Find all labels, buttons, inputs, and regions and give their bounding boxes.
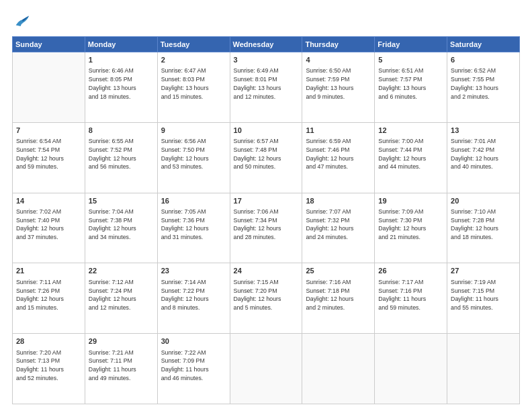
day-info: Sunrise: 6:49 AMSunset: 8:01 PMDaylight:… bbox=[234, 66, 299, 101]
day-number: 23 bbox=[161, 266, 226, 276]
day-info: Sunrise: 7:09 AMSunset: 7:30 PMDaylight:… bbox=[378, 208, 443, 242]
day-info: Sunrise: 6:55 AMSunset: 7:52 PMDaylight:… bbox=[89, 137, 154, 171]
day-info: Sunrise: 7:14 AMSunset: 7:22 PMDaylight:… bbox=[161, 278, 226, 312]
page: SundayMondayTuesdayWednesdayThursdayFrid… bbox=[0, 0, 532, 411]
day-info: Sunrise: 7:15 AMSunset: 7:20 PMDaylight:… bbox=[234, 278, 299, 312]
day-number: 1 bbox=[89, 55, 154, 65]
calendar-cell: 30Sunrise: 7:22 AMSunset: 7:09 PMDayligh… bbox=[157, 334, 230, 404]
day-number: 24 bbox=[234, 266, 299, 276]
calendar-cell bbox=[375, 334, 447, 404]
calendar-week-row: 14Sunrise: 7:02 AMSunset: 7:40 PMDayligh… bbox=[13, 193, 520, 263]
weekday-header-row: SundayMondayTuesdayWednesdayThursdayFrid… bbox=[13, 37, 520, 52]
day-number: 29 bbox=[89, 336, 154, 347]
day-info: Sunrise: 6:50 AMSunset: 7:59 PMDaylight:… bbox=[306, 66, 371, 101]
weekday-header-monday: Monday bbox=[85, 37, 157, 52]
day-number: 18 bbox=[306, 196, 371, 206]
day-info: Sunrise: 7:17 AMSunset: 7:16 PMDaylight:… bbox=[378, 278, 443, 312]
logo-icon bbox=[12, 12, 31, 31]
day-number: 17 bbox=[234, 196, 299, 206]
day-number: 19 bbox=[378, 196, 443, 206]
day-info: Sunrise: 7:02 AMSunset: 7:40 PMDaylight:… bbox=[16, 208, 81, 242]
calendar-week-row: 7Sunrise: 6:54 AMSunset: 7:54 PMDaylight… bbox=[13, 122, 520, 193]
calendar-cell: 14Sunrise: 7:02 AMSunset: 7:40 PMDayligh… bbox=[13, 193, 85, 263]
day-number: 5 bbox=[378, 55, 443, 65]
day-number: 3 bbox=[234, 55, 299, 65]
day-info: Sunrise: 6:56 AMSunset: 7:50 PMDaylight:… bbox=[161, 137, 226, 171]
day-info: Sunrise: 7:10 AMSunset: 7:28 PMDaylight:… bbox=[451, 208, 516, 242]
calendar-cell: 17Sunrise: 7:06 AMSunset: 7:34 PMDayligh… bbox=[230, 193, 302, 263]
calendar-cell: 12Sunrise: 7:00 AMSunset: 7:44 PMDayligh… bbox=[375, 122, 447, 193]
day-info: Sunrise: 6:57 AMSunset: 7:48 PMDaylight:… bbox=[234, 137, 299, 171]
day-number: 21 bbox=[16, 266, 81, 276]
calendar-cell: 27Sunrise: 7:19 AMSunset: 7:15 PMDayligh… bbox=[447, 263, 520, 334]
calendar-cell: 21Sunrise: 7:11 AMSunset: 7:26 PMDayligh… bbox=[13, 263, 85, 334]
day-info: Sunrise: 7:01 AMSunset: 7:42 PMDaylight:… bbox=[451, 137, 516, 171]
day-number: 16 bbox=[161, 196, 226, 206]
day-number: 12 bbox=[378, 126, 443, 136]
calendar-cell: 7Sunrise: 6:54 AMSunset: 7:54 PMDaylight… bbox=[13, 122, 85, 193]
day-number: 2 bbox=[161, 55, 226, 65]
calendar-cell: 18Sunrise: 7:07 AMSunset: 7:32 PMDayligh… bbox=[302, 193, 375, 263]
calendar-cell: 9Sunrise: 6:56 AMSunset: 7:50 PMDaylight… bbox=[157, 122, 230, 193]
day-info: Sunrise: 7:05 AMSunset: 7:36 PMDaylight:… bbox=[161, 208, 226, 242]
day-info: Sunrise: 7:19 AMSunset: 7:15 PMDaylight:… bbox=[451, 278, 516, 312]
day-info: Sunrise: 6:51 AMSunset: 7:57 PMDaylight:… bbox=[378, 66, 443, 101]
calendar-cell: 13Sunrise: 7:01 AMSunset: 7:42 PMDayligh… bbox=[447, 122, 520, 193]
calendar-cell bbox=[13, 52, 85, 123]
calendar-cell: 29Sunrise: 7:21 AMSunset: 7:11 PMDayligh… bbox=[85, 334, 157, 404]
calendar-week-row: 21Sunrise: 7:11 AMSunset: 7:26 PMDayligh… bbox=[13, 263, 520, 334]
day-info: Sunrise: 7:11 AMSunset: 7:26 PMDaylight:… bbox=[16, 278, 81, 312]
logo bbox=[12, 12, 32, 31]
day-number: 8 bbox=[89, 126, 154, 136]
weekday-header-saturday: Saturday bbox=[447, 37, 520, 52]
calendar-week-row: 28Sunrise: 7:20 AMSunset: 7:13 PMDayligh… bbox=[13, 334, 520, 404]
day-info: Sunrise: 7:07 AMSunset: 7:32 PMDaylight:… bbox=[306, 208, 371, 242]
day-number: 27 bbox=[451, 266, 516, 276]
calendar-cell: 11Sunrise: 6:59 AMSunset: 7:46 PMDayligh… bbox=[302, 122, 375, 193]
calendar-cell: 5Sunrise: 6:51 AMSunset: 7:57 PMDaylight… bbox=[375, 52, 447, 123]
calendar-cell: 26Sunrise: 7:17 AMSunset: 7:16 PMDayligh… bbox=[375, 263, 447, 334]
calendar-table: SundayMondayTuesdayWednesdayThursdayFrid… bbox=[12, 36, 520, 404]
calendar-cell bbox=[447, 334, 520, 404]
calendar-cell: 2Sunrise: 6:47 AMSunset: 8:03 PMDaylight… bbox=[157, 52, 230, 123]
day-number: 26 bbox=[378, 266, 443, 276]
calendar-cell: 10Sunrise: 6:57 AMSunset: 7:48 PMDayligh… bbox=[230, 122, 302, 193]
day-number: 22 bbox=[89, 266, 154, 276]
day-number: 10 bbox=[234, 126, 299, 136]
day-info: Sunrise: 6:59 AMSunset: 7:46 PMDaylight:… bbox=[306, 137, 371, 171]
day-number: 14 bbox=[16, 196, 81, 206]
day-info: Sunrise: 7:06 AMSunset: 7:34 PMDaylight:… bbox=[234, 208, 299, 242]
day-info: Sunrise: 6:46 AMSunset: 8:05 PMDaylight:… bbox=[89, 66, 154, 101]
day-number: 25 bbox=[306, 266, 371, 276]
calendar-cell: 25Sunrise: 7:16 AMSunset: 7:18 PMDayligh… bbox=[302, 263, 375, 334]
calendar-cell: 23Sunrise: 7:14 AMSunset: 7:22 PMDayligh… bbox=[157, 263, 230, 334]
day-info: Sunrise: 6:47 AMSunset: 8:03 PMDaylight:… bbox=[161, 66, 226, 101]
day-info: Sunrise: 7:12 AMSunset: 7:24 PMDaylight:… bbox=[89, 278, 154, 312]
day-number: 30 bbox=[161, 336, 226, 347]
day-info: Sunrise: 7:21 AMSunset: 7:11 PMDaylight:… bbox=[89, 349, 154, 383]
day-info: Sunrise: 7:00 AMSunset: 7:44 PMDaylight:… bbox=[378, 137, 443, 171]
day-number: 6 bbox=[451, 55, 516, 65]
calendar-cell: 19Sunrise: 7:09 AMSunset: 7:30 PMDayligh… bbox=[375, 193, 447, 263]
day-number: 28 bbox=[16, 336, 81, 347]
weekday-header-thursday: Thursday bbox=[302, 37, 375, 52]
calendar-cell: 1Sunrise: 6:46 AMSunset: 8:05 PMDaylight… bbox=[85, 52, 157, 123]
calendar-week-row: 1Sunrise: 6:46 AMSunset: 8:05 PMDaylight… bbox=[13, 52, 520, 123]
day-number: 4 bbox=[306, 55, 371, 65]
calendar-cell bbox=[230, 334, 302, 404]
weekday-header-friday: Friday bbox=[375, 37, 447, 52]
calendar-cell bbox=[302, 334, 375, 404]
day-number: 20 bbox=[451, 196, 516, 206]
calendar-cell: 24Sunrise: 7:15 AMSunset: 7:20 PMDayligh… bbox=[230, 263, 302, 334]
header bbox=[12, 12, 520, 31]
calendar-cell: 22Sunrise: 7:12 AMSunset: 7:24 PMDayligh… bbox=[85, 263, 157, 334]
day-info: Sunrise: 7:22 AMSunset: 7:09 PMDaylight:… bbox=[161, 349, 226, 383]
weekday-header-tuesday: Tuesday bbox=[157, 37, 230, 52]
day-info: Sunrise: 7:16 AMSunset: 7:18 PMDaylight:… bbox=[306, 278, 371, 312]
calendar-cell: 20Sunrise: 7:10 AMSunset: 7:28 PMDayligh… bbox=[447, 193, 520, 263]
calendar-cell: 4Sunrise: 6:50 AMSunset: 7:59 PMDaylight… bbox=[302, 52, 375, 123]
day-info: Sunrise: 6:52 AMSunset: 7:55 PMDaylight:… bbox=[451, 66, 516, 101]
day-info: Sunrise: 6:54 AMSunset: 7:54 PMDaylight:… bbox=[16, 137, 81, 171]
day-number: 11 bbox=[306, 126, 371, 136]
day-info: Sunrise: 7:04 AMSunset: 7:38 PMDaylight:… bbox=[89, 208, 154, 242]
